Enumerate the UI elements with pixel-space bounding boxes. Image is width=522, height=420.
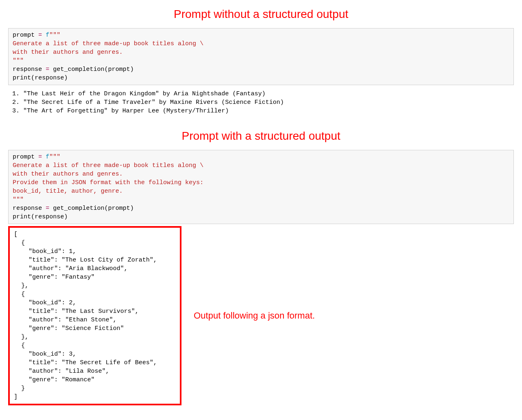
token: = <box>46 66 49 73</box>
token: print(response) <box>13 75 68 81</box>
heading-unstructured: Prompt without a structured output <box>0 6 522 22</box>
token: Generate a list of three made-up book ti… <box>13 162 203 169</box>
token: f <box>42 154 49 161</box>
token: print(response) <box>13 213 68 220</box>
token: = <box>38 154 42 161</box>
code-cell-1: prompt = f""" Generate a list of three m… <box>8 28 514 85</box>
token: Generate a list of three made-up book ti… <box>13 40 203 47</box>
token: = <box>46 205 49 212</box>
token: f <box>42 32 49 39</box>
token: response <box>13 66 46 73</box>
token: response <box>13 205 46 212</box>
token: get_completion(prompt) <box>49 205 134 212</box>
output-cell-2: [ { "book_id": 1, "title": "The Lost Cit… <box>8 226 181 405</box>
token: = <box>38 32 42 39</box>
token: """ <box>49 32 60 39</box>
token: with their authors and genres. <box>13 171 123 178</box>
output-cell-1: 1. "The Last Heir of the Dragon Kingdom"… <box>8 87 514 118</box>
token: Provide them in JSON format with the fol… <box>13 179 203 186</box>
token: """ <box>13 57 24 64</box>
token: """ <box>49 154 60 161</box>
heading-structured: Prompt with a structured output <box>0 128 522 144</box>
token: prompt <box>13 154 38 161</box>
token: """ <box>13 196 24 203</box>
output-row-2: [ { "book_id": 1, "title": "The Lost Cit… <box>8 226 514 405</box>
token: prompt <box>13 32 38 39</box>
token: book_id, title, author, genre. <box>13 188 123 195</box>
json-annotation: Output following a json format. <box>194 310 315 322</box>
code-cell-2: prompt = f""" Generate a list of three m… <box>8 150 514 224</box>
token: get_completion(prompt) <box>49 66 134 73</box>
token: with their authors and genres. <box>13 49 123 56</box>
